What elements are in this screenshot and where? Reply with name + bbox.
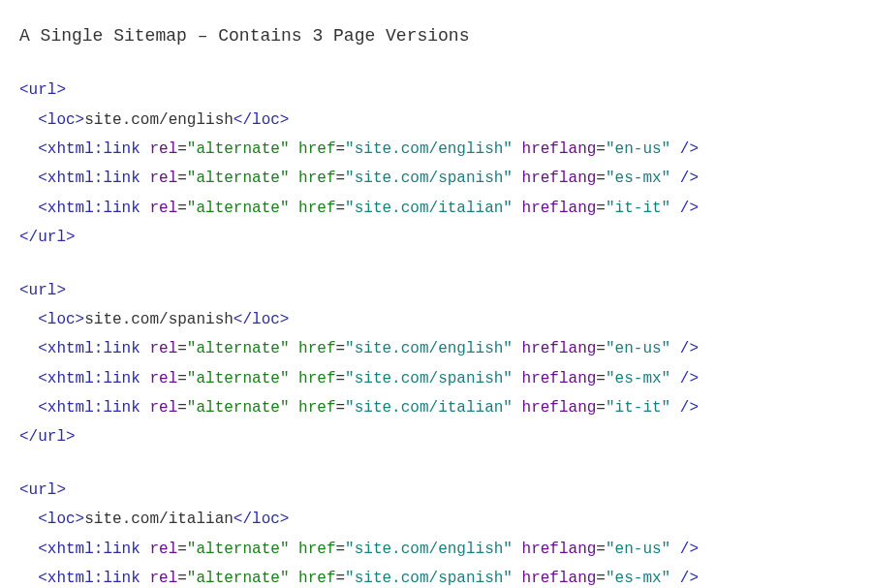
attr-rel-name: rel <box>149 399 177 417</box>
attr-rel-value: "alternate" <box>187 340 290 357</box>
attr-hreflang-name: hreflang <box>522 570 597 587</box>
attr-rel-name: rel <box>149 541 177 558</box>
url-close-tag: </url> <box>19 229 76 246</box>
attr-href-value: "site.com/spanish" <box>345 370 513 387</box>
attr-hreflang-value: "it-it" <box>606 200 670 217</box>
attr-rel-name: rel <box>149 370 177 387</box>
attr-rel-name: rel <box>149 170 177 187</box>
attr-href-value: "site.com/italian" <box>345 399 513 417</box>
attr-href-name: href <box>298 399 335 417</box>
self-close: /> <box>670 170 699 187</box>
attr-href-name: href <box>298 170 335 187</box>
page-title: A Single Sitemap – Contains 3 Page Versi… <box>19 19 853 52</box>
attr-rel-name: rel <box>149 140 177 158</box>
attr-rel-name: rel <box>149 200 177 217</box>
url-open-tag: <url> <box>19 76 853 105</box>
xhtml-link-line: <xhtml:link rel="alternate" href="site.c… <box>19 194 853 223</box>
attr-hreflang-value: "en-us" <box>606 340 670 357</box>
url-block: <url><loc>site.com/english</loc><xhtml:l… <box>19 76 853 252</box>
url-open-tag: <url> <box>19 476 853 505</box>
attr-href-value: "site.com/spanish" <box>345 170 513 187</box>
attr-href-value: "site.com/italian" <box>345 200 513 217</box>
attr-hreflang-name: hreflang <box>522 399 597 417</box>
attr-href-name: href <box>298 140 335 158</box>
xhtml-link-tag: <xhtml:link <box>38 340 140 357</box>
attr-rel-name: rel <box>149 570 177 587</box>
attr-rel-value: "alternate" <box>187 541 290 558</box>
attr-hreflang-name: hreflang <box>522 370 597 387</box>
self-close: /> <box>670 541 699 558</box>
code-listing: <url><loc>site.com/english</loc><xhtml:l… <box>19 76 853 588</box>
url-close-tag-line: </url> <box>19 422 853 451</box>
url-close-tag: </url> <box>19 428 76 446</box>
xhtml-link-line: <xhtml:link rel="alternate" href="site.c… <box>19 334 853 363</box>
xhtml-link-tag: <xhtml:link <box>38 140 140 158</box>
attr-rel-value: "alternate" <box>187 200 290 217</box>
attr-hreflang-name: hreflang <box>522 140 597 158</box>
self-close: /> <box>670 570 699 587</box>
url-block: <url><loc>site.com/spanish</loc><xhtml:l… <box>19 276 853 452</box>
attr-href-name: href <box>298 200 335 217</box>
self-close: /> <box>670 340 699 357</box>
attr-href-name: href <box>298 340 335 357</box>
xhtml-link-line: <xhtml:link rel="alternate" href="site.c… <box>19 564 853 588</box>
attr-href-name: href <box>298 370 335 387</box>
attr-hreflang-value: "en-us" <box>606 541 670 558</box>
attr-hreflang-value: "es-mx" <box>606 170 670 187</box>
attr-href-value: "site.com/english" <box>345 340 513 357</box>
loc-line: <loc>site.com/english</loc> <box>19 106 853 135</box>
loc-value: site.com/spanish <box>84 311 234 328</box>
attr-href-name: href <box>298 541 335 558</box>
loc-value: site.com/italian <box>84 511 234 528</box>
self-close: /> <box>670 370 699 387</box>
xhtml-link-tag: <xhtml:link <box>38 399 140 417</box>
tag-text: <url> <box>19 81 66 99</box>
attr-rel-name: rel <box>149 340 177 357</box>
attr-rel-value: "alternate" <box>187 399 290 417</box>
attr-rel-value: "alternate" <box>187 570 290 587</box>
tag-text: <url> <box>19 481 66 499</box>
xhtml-link-tag: <xhtml:link <box>38 170 140 187</box>
attr-hreflang-value: "es-mx" <box>606 570 670 587</box>
loc-open-tag: <loc> <box>38 111 84 129</box>
loc-close-tag: </loc> <box>234 511 290 528</box>
attr-href-name: href <box>298 570 335 587</box>
attr-rel-value: "alternate" <box>187 140 290 158</box>
attr-hreflang-name: hreflang <box>522 200 597 217</box>
tag-text: <url> <box>19 282 66 299</box>
attr-href-value: "site.com/english" <box>345 140 513 158</box>
attr-rel-value: "alternate" <box>187 170 290 187</box>
loc-open-tag: <loc> <box>38 511 84 528</box>
self-close: /> <box>670 399 699 417</box>
url-open-tag: <url> <box>19 276 853 305</box>
xhtml-link-line: <xhtml:link rel="alternate" href="site.c… <box>19 364 853 393</box>
xhtml-link-line: <xhtml:link rel="alternate" href="site.c… <box>19 164 853 193</box>
attr-hreflang-value: "en-us" <box>606 140 670 158</box>
xhtml-link-tag: <xhtml:link <box>38 370 140 387</box>
attr-hreflang-name: hreflang <box>522 340 597 357</box>
loc-open-tag: <loc> <box>38 311 84 328</box>
attr-hreflang-value: "it-it" <box>606 399 670 417</box>
attr-href-value: "site.com/english" <box>345 541 513 558</box>
xhtml-link-tag: <xhtml:link <box>38 570 140 587</box>
attr-href-value: "site.com/spanish" <box>345 570 513 587</box>
xhtml-link-line: <xhtml:link rel="alternate" href="site.c… <box>19 135 853 164</box>
attr-hreflang-name: hreflang <box>522 541 597 558</box>
xhtml-link-line: <xhtml:link rel="alternate" href="site.c… <box>19 393 853 422</box>
xhtml-link-line: <xhtml:link rel="alternate" href="site.c… <box>19 535 853 564</box>
loc-value: site.com/english <box>84 111 234 129</box>
loc-line: <loc>site.com/spanish</loc> <box>19 305 853 334</box>
loc-line: <loc>site.com/italian</loc> <box>19 505 853 534</box>
loc-close-tag: </loc> <box>234 111 290 129</box>
xhtml-link-tag: <xhtml:link <box>38 541 140 558</box>
attr-hreflang-name: hreflang <box>522 170 597 187</box>
self-close: /> <box>670 140 699 158</box>
url-close-tag-line: </url> <box>19 223 853 252</box>
xhtml-link-tag: <xhtml:link <box>38 200 140 217</box>
loc-close-tag: </loc> <box>234 311 290 328</box>
attr-rel-value: "alternate" <box>187 370 290 387</box>
attr-hreflang-value: "es-mx" <box>606 370 670 387</box>
self-close: /> <box>670 200 699 217</box>
url-block: <url><loc>site.com/italian</loc><xhtml:l… <box>19 476 853 588</box>
